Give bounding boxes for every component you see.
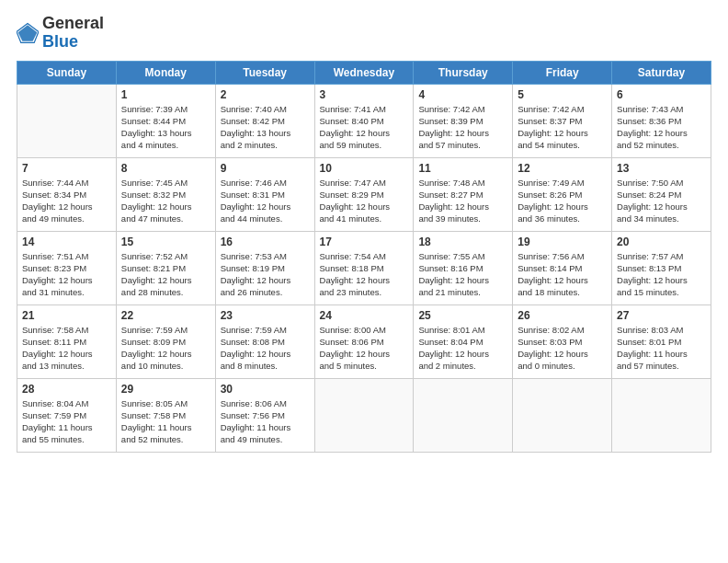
calendar-cell: 23Sunrise: 7:59 AM Sunset: 8:08 PM Dayli…: [215, 304, 314, 378]
calendar-cell: 1Sunrise: 7:39 AM Sunset: 8:44 PM Daylig…: [116, 84, 215, 157]
day-info: Sunrise: 7:46 AM Sunset: 8:31 PM Dayligh…: [221, 177, 310, 225]
logo: General Blue: [17, 15, 104, 52]
svg-marker-0: [18, 25, 38, 41]
day-info: Sunrise: 7:59 AM Sunset: 8:09 PM Dayligh…: [121, 324, 210, 373]
day-info: Sunrise: 7:45 AM Sunset: 8:32 PM Dayligh…: [121, 177, 210, 225]
day-number: 21: [22, 309, 111, 322]
day-number: 1: [121, 88, 210, 101]
day-number: 27: [617, 309, 706, 322]
calendar-cell: 16Sunrise: 7:53 AM Sunset: 8:19 PM Dayli…: [215, 231, 314, 304]
day-info: Sunrise: 7:59 AM Sunset: 8:08 PM Dayligh…: [221, 324, 310, 373]
logo-icon: [17, 22, 39, 44]
calendar-week-row: 28Sunrise: 8:04 AM Sunset: 7:59 PM Dayli…: [17, 378, 711, 452]
day-info: Sunrise: 7:48 AM Sunset: 8:27 PM Dayligh…: [418, 177, 507, 225]
calendar-cell: 11Sunrise: 7:48 AM Sunset: 8:27 PM Dayli…: [414, 157, 513, 231]
day-number: 3: [320, 88, 409, 101]
day-number: 11: [418, 162, 507, 175]
day-number: 17: [320, 236, 409, 248]
day-info: Sunrise: 7:49 AM Sunset: 8:26 PM Dayligh…: [518, 177, 607, 225]
calendar-week-row: 1Sunrise: 7:39 AM Sunset: 8:44 PM Daylig…: [17, 84, 711, 157]
calendar-week-row: 14Sunrise: 7:51 AM Sunset: 8:23 PM Dayli…: [17, 231, 711, 304]
calendar-cell: 3Sunrise: 7:41 AM Sunset: 8:40 PM Daylig…: [314, 84, 414, 157]
calendar-cell: 22Sunrise: 7:59 AM Sunset: 8:09 PM Dayli…: [116, 304, 215, 378]
calendar-day-header: Sunday: [17, 61, 117, 84]
calendar-cell: 19Sunrise: 7:56 AM Sunset: 8:14 PM Dayli…: [513, 231, 612, 304]
day-number: 12: [518, 162, 607, 175]
calendar-cell: 30Sunrise: 8:06 AM Sunset: 7:56 PM Dayli…: [215, 378, 314, 452]
logo-general: General: [42, 14, 104, 32]
calendar-day-header: Saturday: [612, 61, 711, 84]
day-info: Sunrise: 8:05 AM Sunset: 7:58 PM Dayligh…: [121, 397, 210, 446]
calendar-cell: 2Sunrise: 7:40 AM Sunset: 8:42 PM Daylig…: [215, 84, 314, 157]
calendar-cell: 8Sunrise: 7:45 AM Sunset: 8:32 PM Daylig…: [116, 157, 215, 231]
day-info: Sunrise: 7:55 AM Sunset: 8:16 PM Dayligh…: [418, 250, 507, 299]
day-number: 16: [221, 236, 310, 248]
calendar-cell: 4Sunrise: 7:42 AM Sunset: 8:39 PM Daylig…: [414, 84, 513, 157]
day-number: 23: [221, 309, 310, 322]
day-number: 8: [121, 162, 210, 175]
day-number: 18: [418, 236, 507, 248]
calendar-week-row: 7Sunrise: 7:44 AM Sunset: 8:34 PM Daylig…: [17, 157, 711, 231]
day-number: 14: [22, 236, 111, 248]
day-info: Sunrise: 7:50 AM Sunset: 8:24 PM Dayligh…: [617, 177, 706, 225]
day-number: 26: [518, 309, 607, 322]
calendar-cell: 15Sunrise: 7:52 AM Sunset: 8:21 PM Dayli…: [116, 231, 215, 304]
day-number: 2: [221, 88, 310, 101]
day-info: Sunrise: 7:42 AM Sunset: 8:39 PM Dayligh…: [418, 103, 507, 152]
logo-blue: Blue: [42, 33, 104, 52]
day-info: Sunrise: 7:40 AM Sunset: 8:42 PM Dayligh…: [221, 103, 310, 152]
day-number: 19: [518, 236, 607, 248]
calendar-cell: 24Sunrise: 8:00 AM Sunset: 8:06 PM Dayli…: [314, 304, 414, 378]
calendar-day-header: Tuesday: [215, 61, 314, 84]
day-info: Sunrise: 7:41 AM Sunset: 8:40 PM Dayligh…: [320, 103, 409, 152]
day-info: Sunrise: 7:44 AM Sunset: 8:34 PM Dayligh…: [22, 177, 111, 225]
calendar-cell: 25Sunrise: 8:01 AM Sunset: 8:04 PM Dayli…: [414, 304, 513, 378]
calendar-cell: 18Sunrise: 7:55 AM Sunset: 8:16 PM Dayli…: [414, 231, 513, 304]
calendar-cell: 28Sunrise: 8:04 AM Sunset: 7:59 PM Dayli…: [17, 378, 117, 452]
day-info: Sunrise: 7:58 AM Sunset: 8:11 PM Dayligh…: [22, 324, 111, 373]
day-number: 25: [418, 309, 507, 322]
day-info: Sunrise: 7:57 AM Sunset: 8:13 PM Dayligh…: [617, 250, 706, 299]
day-info: Sunrise: 8:04 AM Sunset: 7:59 PM Dayligh…: [22, 397, 111, 446]
day-number: 30: [221, 383, 310, 396]
calendar-day-header: Wednesday: [314, 61, 414, 84]
calendar-cell: 7Sunrise: 7:44 AM Sunset: 8:34 PM Daylig…: [17, 157, 117, 231]
day-number: 10: [320, 162, 409, 175]
calendar-cell: 29Sunrise: 8:05 AM Sunset: 7:58 PM Dayli…: [116, 378, 215, 452]
day-number: 7: [22, 162, 111, 175]
day-number: 4: [418, 88, 507, 101]
day-number: 15: [121, 236, 210, 248]
calendar-cell: 17Sunrise: 7:54 AM Sunset: 8:18 PM Dayli…: [314, 231, 414, 304]
calendar-cell: 13Sunrise: 7:50 AM Sunset: 8:24 PM Dayli…: [612, 157, 711, 231]
calendar-cell: [414, 378, 513, 452]
day-info: Sunrise: 8:01 AM Sunset: 8:04 PM Dayligh…: [418, 324, 507, 373]
day-number: 20: [617, 236, 706, 248]
calendar-header-row: SundayMondayTuesdayWednesdayThursdayFrid…: [17, 61, 711, 84]
day-info: Sunrise: 7:56 AM Sunset: 8:14 PM Dayligh…: [518, 250, 607, 299]
day-info: Sunrise: 8:06 AM Sunset: 7:56 PM Dayligh…: [221, 397, 310, 446]
calendar-day-header: Friday: [513, 61, 612, 84]
day-number: 13: [617, 162, 706, 175]
day-number: 29: [121, 383, 210, 396]
day-number: 9: [221, 162, 310, 175]
day-number: 28: [22, 383, 111, 396]
day-info: Sunrise: 7:54 AM Sunset: 8:18 PM Dayligh…: [320, 250, 409, 299]
calendar-cell: 9Sunrise: 7:46 AM Sunset: 8:31 PM Daylig…: [215, 157, 314, 231]
calendar-day-header: Thursday: [414, 61, 513, 84]
calendar-day-header: Monday: [116, 61, 215, 84]
day-info: Sunrise: 7:43 AM Sunset: 8:36 PM Dayligh…: [617, 103, 706, 152]
day-info: Sunrise: 7:39 AM Sunset: 8:44 PM Dayligh…: [121, 103, 210, 152]
day-info: Sunrise: 8:03 AM Sunset: 8:01 PM Dayligh…: [617, 324, 706, 373]
calendar-cell: 12Sunrise: 7:49 AM Sunset: 8:26 PM Dayli…: [513, 157, 612, 231]
day-number: 6: [617, 88, 706, 101]
day-number: 22: [121, 309, 210, 322]
calendar-table: SundayMondayTuesdayWednesdayThursdayFrid…: [17, 61, 711, 453]
calendar-cell: 26Sunrise: 8:02 AM Sunset: 8:03 PM Dayli…: [513, 304, 612, 378]
day-number: 5: [518, 88, 607, 101]
day-info: Sunrise: 7:51 AM Sunset: 8:23 PM Dayligh…: [22, 250, 111, 299]
day-info: Sunrise: 8:00 AM Sunset: 8:06 PM Dayligh…: [320, 324, 409, 373]
day-info: Sunrise: 7:52 AM Sunset: 8:21 PM Dayligh…: [121, 250, 210, 299]
calendar-cell: 27Sunrise: 8:03 AM Sunset: 8:01 PM Dayli…: [612, 304, 711, 378]
calendar-cell: 21Sunrise: 7:58 AM Sunset: 8:11 PM Dayli…: [17, 304, 117, 378]
day-number: 24: [320, 309, 409, 322]
